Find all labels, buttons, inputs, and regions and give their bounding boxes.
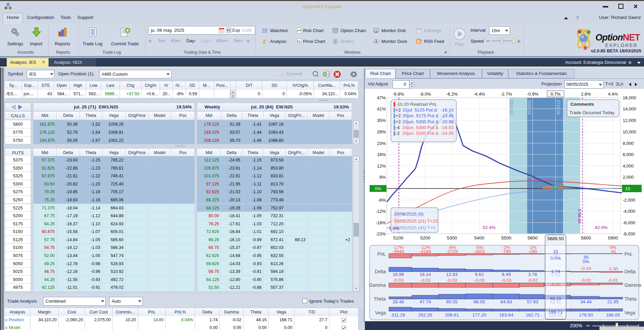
svg-text:8,000: 8,000 <box>623 141 634 146</box>
svg-text:+2: +2 <box>396 119 401 124</box>
svg-text:-8.0%: -8.0% <box>420 92 431 97</box>
svg-text:5400: 5400 <box>474 235 484 240</box>
svg-text:-0.03: -0.03 <box>447 278 457 283</box>
svg-text:-2,000: -2,000 <box>623 198 635 203</box>
svg-text:177.20: 177.20 <box>472 312 486 318</box>
svg-text:6.49: 6.49 <box>502 272 511 277</box>
svg-text:-23%: -23% <box>376 231 386 236</box>
svg-text:Trade Occurred Today: Trade Occurred Today <box>569 110 615 115</box>
svg-text:-10.20 Realized PnL: -10.20 Realized PnL <box>396 102 437 107</box>
svg-text:20jun. 5300 Put Δ: 20jun. 5300 Put Δ <box>402 125 438 130</box>
svg-text:-18%: -18% <box>376 220 386 225</box>
svg-text:-799: -799 <box>502 249 511 254</box>
svg-text:-0.02: -0.02 <box>551 282 561 287</box>
svg-text:5100: 5100 <box>393 235 403 240</box>
svg-text:-0.03: -0.03 <box>501 278 512 283</box>
svg-text:-1.30: -1.30 <box>608 266 618 271</box>
svg-text:PnL: PnL <box>377 251 386 257</box>
svg-text:Vega: Vega <box>375 310 386 315</box>
svg-text:20jun. 5175 Put Δ: 20jun. 5175 Put Δ <box>402 113 438 118</box>
svg-text:5500: 5500 <box>501 235 511 240</box>
svg-text:-0.01: -0.01 <box>608 278 618 283</box>
svg-text:Vega: Vega <box>624 310 635 315</box>
svg-text:35%: 35% <box>377 118 386 123</box>
svg-text:52.4%: 52.4% <box>483 225 495 230</box>
svg-text:-13.45: -13.45 <box>441 113 454 118</box>
svg-text:-0.03: -0.03 <box>474 278 485 283</box>
svg-text:-6%: -6% <box>378 198 386 203</box>
svg-text:0%: 0% <box>583 259 589 264</box>
svg-text:PnL: PnL <box>624 251 633 257</box>
svg-text:20/06/2025 (0): 20/06/2025 (0) <box>394 211 424 217</box>
svg-text:20jun. 5350 Put Δ: 20jun. 5350 Put Δ <box>402 119 438 124</box>
svg-text:Comments: Comments <box>570 102 594 107</box>
svg-text:-20.98: -20.98 <box>441 119 454 124</box>
svg-text:3.76: 3.76 <box>528 272 537 277</box>
svg-text:5800: 5800 <box>581 235 591 240</box>
svg-text:-4.4%: -4.4% <box>474 92 485 97</box>
svg-text:5200: 5200 <box>420 235 430 240</box>
svg-text:188.05: 188.05 <box>606 312 620 318</box>
svg-text:41%: 41% <box>377 106 386 111</box>
svg-text:-80: -80 <box>552 253 559 258</box>
svg-text:30/05/2025 (21) T+22: 30/05/2025 (21) T+22 <box>394 219 438 224</box>
svg-text:-0.14: -0.14 <box>581 266 591 271</box>
svg-text:Gamma: Gamma <box>624 282 641 288</box>
svg-text:12%: 12% <box>377 163 386 169</box>
svg-text:34.44: 34.44 <box>580 299 592 304</box>
svg-text:5716.56: 5716.56 <box>556 100 561 115</box>
svg-text:-4184: -4184 <box>420 249 431 254</box>
svg-text:28.48: 28.48 <box>393 299 404 304</box>
svg-text:Theta: Theta <box>624 296 637 302</box>
svg-text:5600: 5600 <box>528 235 538 240</box>
svg-text:-4,000: -4,000 <box>623 209 635 214</box>
svg-text:5585.94: 5585.94 <box>527 100 532 115</box>
svg-text:18%: 18% <box>377 152 386 157</box>
svg-text:0%: 0% <box>375 186 381 191</box>
svg-text:206.61: 206.61 <box>445 312 459 318</box>
svg-text:-8,000: -8,000 <box>623 231 635 236</box>
svg-text:179.50: 179.50 <box>579 312 593 318</box>
svg-text:12,000: 12,000 <box>623 118 636 123</box>
svg-text:-5944: -5944 <box>393 249 404 254</box>
svg-text:57.63: 57.63 <box>527 299 538 304</box>
svg-text:4.4%: 4.4% <box>608 92 618 97</box>
svg-text:-2729: -2729 <box>446 249 458 254</box>
svg-text:1.53: 1.53 <box>551 272 560 277</box>
svg-text:Theta: Theta <box>374 296 386 302</box>
svg-text:47.74: 47.74 <box>420 299 431 304</box>
svg-text:15: 15 <box>625 186 630 191</box>
svg-text:2,000: 2,000 <box>623 175 634 180</box>
svg-text:42.0%: 42.0% <box>595 225 608 230</box>
svg-text:2.6%: 2.6% <box>581 92 591 97</box>
svg-text:-9.8%: -9.8% <box>393 92 404 97</box>
svg-text:5520.63: 5520.63 <box>509 100 514 115</box>
svg-text:12.93: 12.93 <box>446 272 458 277</box>
svg-text:-0.03: -0.03 <box>420 278 431 283</box>
svg-text:46.91: 46.91 <box>550 300 561 305</box>
svg-text:66.05: 66.05 <box>474 299 485 304</box>
svg-text:64.63: 64.63 <box>501 299 512 304</box>
svg-text:21.95: 21.95 <box>607 299 619 304</box>
svg-text:5786.84: 5786.84 <box>577 209 582 224</box>
svg-text:-18.53: -18.53 <box>441 125 454 130</box>
svg-text:-0.02: -0.02 <box>528 278 538 283</box>
svg-text:-1602: -1602 <box>474 249 485 254</box>
svg-text:20jun. 5200 Put Δ: 20jun. 5200 Put Δ <box>402 131 438 136</box>
svg-text:169.66: 169.66 <box>548 313 562 318</box>
svg-text:-14.35: -14.35 <box>441 131 454 136</box>
svg-text:5900: 5900 <box>608 235 618 240</box>
svg-text:-2.7%: -2.7% <box>501 92 512 97</box>
svg-text:-6,000: -6,000 <box>623 220 635 225</box>
svg-text:163.64: 163.64 <box>499 312 513 318</box>
svg-text:23%: 23% <box>377 141 386 146</box>
svg-text:4,000: 4,000 <box>623 163 634 169</box>
svg-text:16.14: 16.14 <box>420 272 431 277</box>
svg-text:0.7%: 0.7% <box>551 92 561 97</box>
svg-text:60.55: 60.55 <box>446 299 458 304</box>
svg-text:5300: 5300 <box>447 235 457 240</box>
svg-text:-0.03: -0.03 <box>393 278 404 283</box>
svg-text:-0.01: -0.01 <box>581 278 591 283</box>
svg-text:Σ: Σ <box>263 39 266 44</box>
svg-text:08/05/2025 (43) T+0: 08/05/2025 (43) T+0 <box>394 225 435 230</box>
